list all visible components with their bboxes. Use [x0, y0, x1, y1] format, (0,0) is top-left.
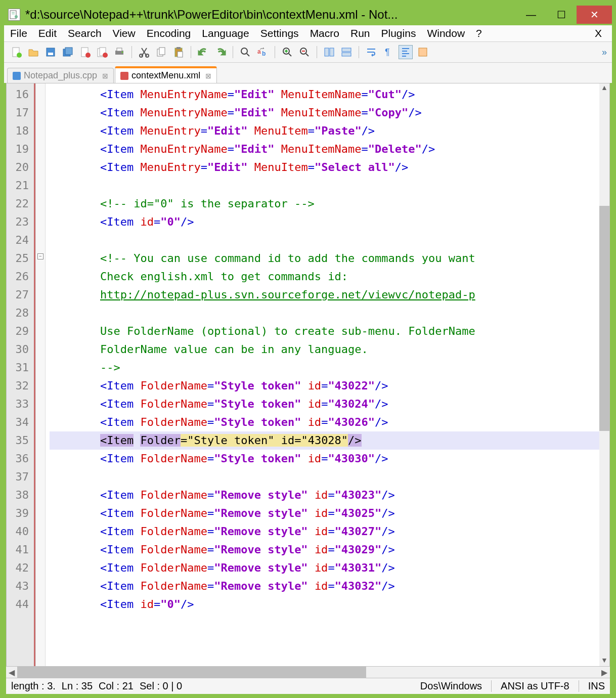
code-line[interactable]: <!-- You can use command id to add the c… — [50, 249, 599, 268]
print-icon[interactable] — [112, 45, 126, 59]
svg-point-17 — [122, 52, 123, 53]
new-file-icon[interactable] — [9, 45, 23, 59]
status-col: Col : 21 — [99, 680, 134, 692]
code-line[interactable]: Check english.xml to get commands id: — [50, 268, 599, 286]
sync-h-icon[interactable] — [339, 45, 354, 59]
redo-icon[interactable] — [213, 45, 228, 59]
code-area[interactable]: <Item MenuEntryName="Edit" MenuItemName=… — [46, 83, 599, 666]
close-file-icon[interactable] — [78, 45, 92, 59]
scroll-down-icon[interactable]: ▼ — [601, 656, 608, 666]
svg-text:b: b — [262, 50, 266, 57]
editor: 1617181920212223242526272829303132333435… — [6, 83, 610, 667]
zoom-out-icon[interactable] — [297, 45, 312, 59]
indent-guide-icon[interactable] — [399, 45, 413, 59]
sync-v-icon[interactable] — [322, 45, 336, 59]
menu-view[interactable]: View — [113, 27, 136, 39]
code-line[interactable]: <Item MenuEntryName="Edit" MenuItemName=… — [50, 85, 599, 104]
wordwrap-icon[interactable] — [364, 45, 378, 59]
undo-icon[interactable] — [196, 45, 210, 59]
file-dirty-icon — [120, 72, 128, 80]
maximize-button[interactable]: ☐ — [546, 6, 577, 24]
code-line[interactable]: <Item FolderName="Remove style" id="4302… — [50, 486, 599, 504]
svg-rect-16 — [117, 48, 122, 51]
menu-language[interactable]: Language — [202, 27, 249, 39]
cut-icon[interactable] — [137, 45, 151, 59]
titlebar[interactable]: *d:\source\Notepad++\trunk\PowerEditor\b… — [4, 4, 612, 25]
code-line[interactable] — [50, 231, 599, 249]
code-line[interactable]: <Item FolderName="Remove style" id="4302… — [50, 541, 599, 559]
scroll-up-icon[interactable]: ▲ — [601, 83, 608, 94]
code-line[interactable]: <Item MenuEntry="Edit" MenuItem="Select … — [50, 158, 599, 177]
menu-file[interactable]: File — [10, 27, 27, 39]
paste-icon[interactable] — [171, 45, 186, 59]
tab-close-icon[interactable]: ⊠ — [102, 72, 108, 80]
code-line[interactable]: <Item FolderName="Style token" id="43022… — [50, 377, 599, 395]
menu-run[interactable]: Run — [350, 27, 370, 39]
line-number-gutter: 1617181920212223242526272829303132333435… — [7, 83, 34, 666]
code-line[interactable]: --> — [50, 359, 599, 377]
scroll-thumb[interactable] — [599, 206, 609, 431]
toolbar-overflow-icon[interactable]: » — [602, 47, 607, 58]
scroll-thumb[interactable] — [17, 667, 366, 678]
code-line[interactable]: FolderName value can be in any language. — [50, 340, 599, 359]
code-line[interactable]: <!-- id="0" is the separator --> — [50, 195, 599, 213]
scroll-left-icon[interactable]: ◀ — [6, 668, 17, 677]
svg-rect-24 — [178, 52, 183, 57]
tab-active[interactable]: contextMenu.xml ⊠ — [115, 66, 217, 83]
save-icon[interactable] — [43, 45, 58, 59]
find-icon[interactable] — [238, 45, 252, 59]
menu-window[interactable]: Window — [427, 27, 465, 39]
code-line[interactable] — [50, 304, 599, 322]
menu-encoding[interactable]: Encoding — [147, 27, 191, 39]
file-icon — [13, 72, 21, 80]
svg-point-3 — [15, 15, 18, 18]
horizontal-scrollbar[interactable]: ◀ ▶ — [6, 667, 610, 678]
code-line[interactable]: <Item FolderName="Style token" id="43024… — [50, 395, 599, 413]
tab-close-icon[interactable]: ⊠ — [205, 72, 211, 80]
code-line[interactable] — [50, 468, 599, 486]
scroll-track[interactable] — [17, 667, 599, 678]
code-line[interactable]: http://notepad-plus.svn.sourceforge.net/… — [50, 286, 599, 304]
code-line[interactable] — [50, 177, 599, 195]
menu-help[interactable]: ? — [476, 27, 482, 39]
minimize-button[interactable]: — — [516, 6, 546, 24]
tab-inactive[interactable]: Notepad_plus.cpp ⊠ — [7, 68, 114, 83]
code-line[interactable]: <Item id="0"/> — [50, 595, 599, 614]
code-line[interactable]: <Item FolderName="Style token" id="43026… — [50, 413, 599, 431]
scroll-right-icon[interactable]: ▶ — [599, 668, 610, 677]
code-line[interactable]: <Item FolderName="Remove style" id="4303… — [50, 577, 599, 595]
code-line[interactable]: <Item FolderName="Remove style" id="4302… — [50, 522, 599, 541]
menu-plugins[interactable]: Plugins — [381, 27, 416, 39]
open-file-icon[interactable] — [26, 45, 40, 59]
replace-icon[interactable]: ab — [255, 45, 270, 59]
code-line[interactable]: <Item MenuEntryName="Edit" MenuItemName=… — [50, 140, 599, 158]
code-line[interactable]: <Item Folder="Style token" id="43028"/> — [50, 431, 599, 450]
close-all-icon[interactable] — [95, 45, 109, 59]
fold-toggle-icon[interactable]: − — [37, 253, 43, 259]
code-line[interactable]: <Item FolderName="Style token" id="43030… — [50, 450, 599, 468]
vertical-scrollbar[interactable]: ▲ ▼ — [599, 83, 609, 666]
code-line[interactable]: <Item FolderName="Remove style" id="4302… — [50, 504, 599, 522]
code-line[interactable]: Use FolderName (optional) to create sub-… — [50, 322, 599, 340]
code-line[interactable]: <Item FolderName="Remove style" id="4303… — [50, 559, 599, 577]
scroll-track[interactable] — [599, 94, 609, 656]
code-line[interactable] — [50, 614, 599, 623]
close-button[interactable]: ✕ — [577, 6, 612, 24]
menu-close-doc[interactable]: X — [595, 27, 606, 39]
copy-icon[interactable] — [154, 45, 168, 59]
fold-margin[interactable]: − — [35, 83, 46, 666]
menu-search[interactable]: Search — [68, 27, 102, 39]
menu-settings[interactable]: Settings — [260, 27, 299, 39]
svg-rect-2 — [12, 14, 15, 14]
show-all-chars-icon[interactable]: ¶ — [381, 45, 395, 59]
menu-edit[interactable]: Edit — [38, 27, 57, 39]
code-line[interactable]: <Item MenuEntry="Edit" MenuItem="Paste"/… — [50, 122, 599, 140]
menu-macro[interactable]: Macro — [310, 27, 339, 39]
code-line[interactable]: <Item id="0"/> — [50, 213, 599, 231]
svg-point-11 — [85, 53, 91, 58]
zoom-in-icon[interactable] — [280, 45, 294, 59]
code-line[interactable]: <Item MenuEntryName="Edit" MenuItemName=… — [50, 104, 599, 122]
svg-rect-9 — [65, 48, 72, 55]
save-all-icon[interactable] — [61, 45, 75, 59]
user-lang-icon[interactable] — [416, 45, 430, 59]
